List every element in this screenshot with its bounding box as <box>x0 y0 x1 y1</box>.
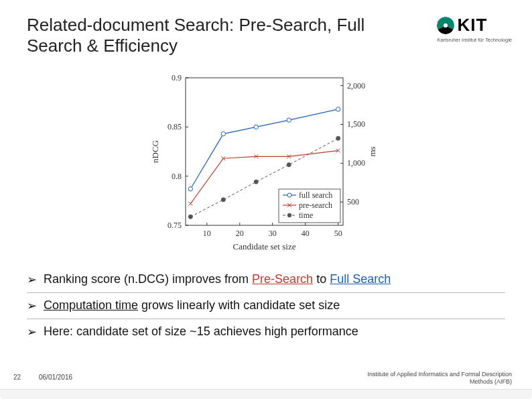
svg-text:1,500: 1,500 <box>347 119 365 129</box>
bullet-arrow-icon: ➢ <box>27 298 37 313</box>
kit-logo-subtitle: Karlsruher Institut für Technologie <box>437 37 512 43</box>
svg-point-48 <box>287 163 291 167</box>
svg-text:10: 10 <box>203 229 211 238</box>
svg-point-47 <box>254 180 258 184</box>
svg-text:full search: full search <box>299 190 332 200</box>
svg-text:0.9: 0.9 <box>172 73 182 82</box>
svg-point-46 <box>221 198 225 202</box>
svg-point-52 <box>287 193 291 197</box>
svg-text:0.85: 0.85 <box>168 122 182 131</box>
svg-text:0.75: 0.75 <box>168 221 182 230</box>
svg-text:2,000: 2,000 <box>347 81 365 91</box>
chart: 0.750.80.850.95001,0001,5002,00010203040… <box>149 71 383 252</box>
svg-point-49 <box>336 136 340 140</box>
bullet-arrow-icon: ➢ <box>27 272 37 287</box>
footer-affiliation: Institute of Applied Informatics and For… <box>367 371 512 386</box>
kit-fan-icon <box>437 17 454 34</box>
svg-text:pre-search: pre-search <box>299 201 332 210</box>
bullet-accent-full-search: Full Search <box>330 272 391 286</box>
svg-point-34 <box>336 107 340 111</box>
svg-text:20: 20 <box>236 229 244 238</box>
bullet-text: to <box>313 272 330 286</box>
bullet-item: ➢ Here: candidate set of size ~15 achiev… <box>27 319 505 345</box>
svg-text:50: 50 <box>334 229 342 238</box>
svg-text:ms: ms <box>367 146 377 156</box>
svg-point-33 <box>287 118 291 122</box>
svg-text:nDCG: nDCG <box>150 140 160 163</box>
svg-text:Candidate set size: Candidate set size <box>233 241 296 251</box>
bullet-item: ➢ Ranking score (n.DCG) improves from Pr… <box>27 267 505 293</box>
bullet-text: grows linearly with candidate set size <box>138 298 340 312</box>
svg-text:500: 500 <box>347 197 359 207</box>
slide-title: Related-document Search: Pre-Search, Ful… <box>27 15 375 56</box>
svg-point-31 <box>221 131 225 135</box>
page-number: 22 <box>13 374 21 381</box>
bullet-text: Ranking score (n.DCG) improves from <box>44 272 252 286</box>
svg-text:time: time <box>299 211 313 220</box>
svg-text:30: 30 <box>269 229 277 238</box>
svg-text:1,000: 1,000 <box>347 158 365 168</box>
bullet-list: ➢ Ranking score (n.DCG) improves from Pr… <box>27 267 505 345</box>
slide-date: 06/01/2016 <box>39 374 72 381</box>
svg-point-30 <box>188 187 192 191</box>
bullet-arrow-icon: ➢ <box>27 325 37 339</box>
svg-point-59 <box>287 213 291 217</box>
kit-logo-text: KIT <box>457 15 487 36</box>
bullet-accent-computation-time: Computation time <box>44 298 138 312</box>
svg-text:0.8: 0.8 <box>172 172 182 181</box>
svg-point-32 <box>254 125 258 129</box>
kit-logo: KIT Karlsruher Institut für Technologie <box>437 15 512 43</box>
bullet-accent-pre-search: Pre-Search <box>252 272 313 286</box>
bullet-text: Here: candidate set of size ~15 achieves… <box>44 325 358 339</box>
bullet-item: ➢ Computation time grows linearly with c… <box>27 293 505 319</box>
svg-text:40: 40 <box>302 229 310 238</box>
svg-point-45 <box>188 215 192 219</box>
